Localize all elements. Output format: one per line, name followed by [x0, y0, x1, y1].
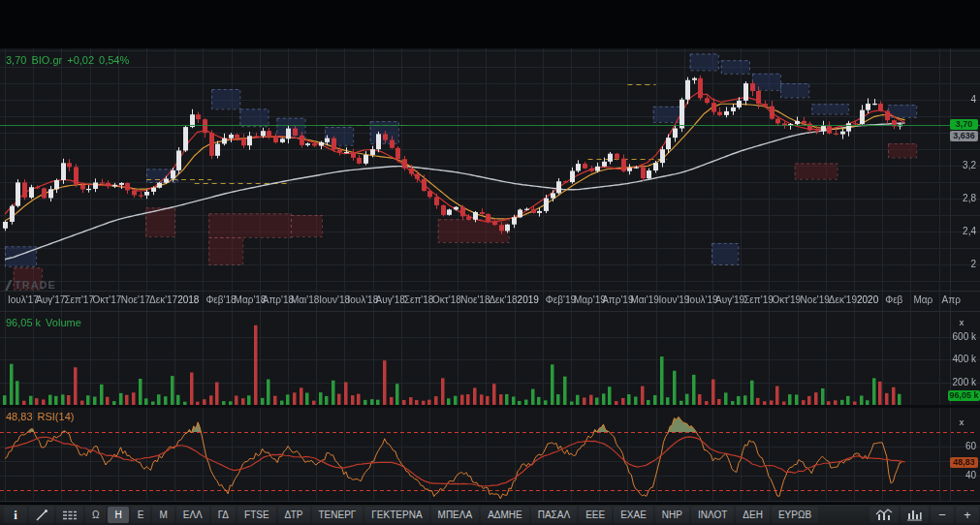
- y-axis-tick: 3,2: [952, 160, 976, 170]
- volume-style-button[interactable]: [901, 507, 929, 523]
- date-label: Μαι'19: [630, 294, 658, 305]
- y-axis-tick: 400 k: [952, 354, 976, 364]
- volume-legend[interactable]: 96,05 k Volume: [6, 317, 81, 328]
- date-label: Σεπ'17: [64, 294, 94, 305]
- watchlist-button[interactable]: [56, 507, 83, 523]
- date-label: Οκτ'18: [432, 294, 461, 305]
- ticker-ΔΤΡ-button[interactable]: ΔΤΡ: [278, 507, 310, 523]
- date-label: Ιουν'18: [319, 294, 350, 305]
- watermark-text: TRADE: [15, 279, 56, 291]
- legend-symbol: BIO.gr: [31, 54, 62, 66]
- ticker-ΙΝΛΟΤ-button[interactable]: ΙΝΛΟΤ: [691, 507, 734, 523]
- date-label: Ιουλ'19: [687, 294, 718, 305]
- date-label: Νοε'18: [460, 294, 490, 305]
- date-label: Σεπ'18: [404, 294, 434, 305]
- volume-legend-value: 96,05 k: [6, 317, 41, 328]
- toolbar-spacer: [819, 505, 869, 525]
- timeframe-Μ-button[interactable]: Μ: [152, 507, 174, 523]
- ticker-ΑΔΜΗΕ-button[interactable]: ΑΔΜΗΕ: [481, 507, 529, 523]
- date-label: Ιουλ'17: [8, 294, 39, 305]
- date-label: Οκτ'17: [93, 294, 122, 305]
- ticker-ΕΥΡΩΒ-button[interactable]: ΕΥΡΩΒ: [772, 507, 818, 523]
- date-label: Μαρ: [913, 294, 933, 305]
- ticker-ΜΠΕΛΑ-button[interactable]: ΜΠΕΛΑ: [431, 507, 480, 523]
- rsi-value-tag: 48,83: [950, 457, 978, 468]
- date-label: 2018: [177, 294, 199, 305]
- date-label: Απρ: [942, 294, 961, 305]
- chart-canvas[interactable]: [0, 0, 980, 504]
- y-axis-tick: 600 k: [952, 331, 976, 342]
- ticker-ΤΕΝΕΡΓ-button[interactable]: ΤΕΝΕΡΓ: [312, 507, 364, 523]
- date-label: Δεκ'19: [829, 294, 857, 305]
- ticker-ΕΛΛ-button[interactable]: ΕΛΛ: [176, 507, 209, 523]
- y-axis-tick: 2,4: [952, 226, 976, 236]
- ticker-ΓΕΚΤΕΡΝΑ-button[interactable]: ΓΕΚΤΕΡΝΑ: [364, 507, 428, 523]
- volume-value-tag: 96,05 k: [948, 390, 980, 401]
- date-label: Δεκ'18: [489, 294, 517, 305]
- y-axis-tick: 2,8: [952, 193, 976, 203]
- y-axis-tick: 2: [952, 259, 976, 269]
- rsi-legend[interactable]: 48,83 RSI(14): [6, 411, 74, 422]
- ticker-ΔΕΗ-button[interactable]: ΔΕΗ: [736, 507, 770, 523]
- timeframe-Ω-button[interactable]: Ω: [85, 507, 106, 523]
- date-label: Σεπ'19: [743, 294, 774, 305]
- chart-style-icon: [875, 509, 893, 521]
- prev-close-tag: 3,636: [950, 131, 978, 141]
- date-label: Μαρ'18: [235, 294, 267, 305]
- date-label: Νοε'19: [801, 294, 830, 305]
- platform-watermark: TRADE: [4, 279, 56, 291]
- date-label: Απρ'19: [602, 294, 633, 305]
- date-label: Ιουν'19: [659, 294, 690, 305]
- legend-change-pct: 0,54%: [99, 54, 129, 66]
- ticker-group: ΕΛΛΓΔFTSEΔΤΡΤΕΝΕΡΓΓΕΚΤΕΡΝΑΜΠΕΛΑΑΔΜΗΕΠΑΣΑ…: [175, 505, 819, 525]
- volume-pane-close-button[interactable]: x: [955, 317, 968, 328]
- watchlist-icon: [62, 510, 78, 521]
- y-axis-tick: 200 k: [952, 377, 976, 387]
- date-label: Φεβ'19: [546, 294, 576, 305]
- ticker-ΕΕΕ-button[interactable]: ΕΕΕ: [579, 507, 612, 523]
- zoom-out-button[interactable]: −: [931, 507, 954, 523]
- date-label: 2020: [857, 294, 878, 305]
- rsi-legend-value: 48,83: [6, 411, 33, 422]
- date-label: 2019: [518, 294, 539, 305]
- timeframe-group: ΩΗΕΜ: [84, 505, 175, 525]
- date-label: Νοε'17: [121, 294, 150, 305]
- date-label: Αυγ'18: [376, 294, 405, 305]
- bottom-toolbar: i ΩΗΕΜ ΕΛΛΓΔFTSEΔΤΡΤΕΝΕΡΓΓΕΚΤΕΡΝΑΜΠΕΛΑΑΔ…: [0, 504, 980, 525]
- draw-button[interactable]: [29, 507, 54, 523]
- info-icon: i: [14, 508, 17, 523]
- date-label: Αυγ'17: [36, 294, 65, 305]
- last-price-tag: 3,70: [950, 119, 978, 130]
- y-axis-tick: 60: [952, 441, 976, 451]
- ticker-ΠΑΣΑΛ-button[interactable]: ΠΑΣΑΛ: [531, 507, 577, 523]
- date-label: Ιουλ'18: [347, 294, 378, 305]
- rsi-legend-name: RSI(14): [38, 411, 75, 422]
- symbol-legend[interactable]: 3,70 BIO.gr +0,02 0,54%: [6, 54, 129, 66]
- draw-icon: [35, 509, 48, 522]
- trading-platform: 3,70 BIO.gr +0,02 0,54% TRADE 96,05 k Vo…: [0, 0, 980, 525]
- date-label: Αυγ'19: [715, 294, 744, 305]
- y-axis-tick: 40: [952, 470, 976, 480]
- ticker-FTSE-button[interactable]: FTSE: [237, 507, 276, 523]
- legend-last-price: 3,70: [6, 54, 26, 66]
- zoom-in-button[interactable]: +: [956, 507, 979, 523]
- timeframe-Ε-button[interactable]: Ε: [131, 507, 151, 523]
- ticker-ΕΧΑΕ-button[interactable]: ΕΧΑΕ: [614, 507, 653, 523]
- rsi-pane-close-button[interactable]: x: [955, 417, 968, 428]
- timeframe-Η-button[interactable]: Η: [108, 507, 128, 523]
- platform-logo-icon: [4, 280, 13, 291]
- ticker-ΓΔ-button[interactable]: ΓΔ: [211, 507, 236, 523]
- date-label: Φεβ'18: [205, 294, 236, 305]
- info-button[interactable]: i: [4, 507, 27, 523]
- date-label: Οκτ'19: [772, 294, 801, 305]
- date-label: Μαι'18: [291, 294, 319, 305]
- volume-bars-icon: [906, 509, 923, 521]
- legend-change: +0,02: [67, 54, 94, 66]
- date-label: Μαρ'19: [574, 294, 606, 305]
- chart-style-button[interactable]: [869, 507, 899, 523]
- date-label: Δεκ'17: [149, 294, 177, 305]
- ticker-ΝΗΡ-button[interactable]: ΝΗΡ: [655, 507, 689, 523]
- volume-legend-name: Volume: [46, 317, 81, 328]
- date-label: Φεβ: [885, 294, 902, 305]
- y-axis-tick: 4: [952, 94, 976, 105]
